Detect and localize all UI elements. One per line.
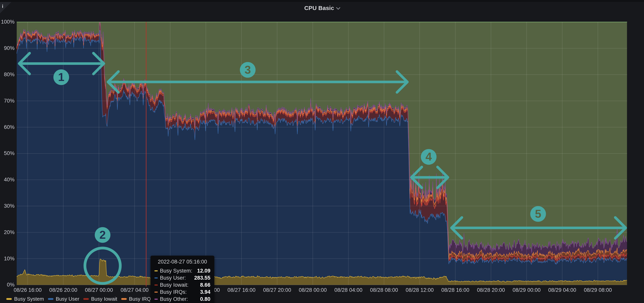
tooltip-row: Busy System:12.09: [154, 267, 210, 274]
legend-color-dash: [121, 298, 127, 300]
legend-label: Busy System: [14, 296, 44, 302]
cpu-usage-chart[interactable]: [0, 0, 644, 303]
tooltip-series-label: Busy IRQs:: [160, 289, 187, 295]
tooltip-series-value: 8.66: [200, 282, 210, 288]
tooltip-timestamp: 2022-08-27 05:16:00: [154, 259, 210, 265]
legend-label: Busy IRQs: [129, 296, 154, 302]
tooltip-series-value: 12.09: [197, 268, 210, 274]
tooltip-series-label: Busy Other:: [160, 296, 188, 302]
legend-item[interactable]: Busy Iowait: [83, 296, 117, 302]
legend-label: Busy User: [56, 296, 79, 302]
tooltip-series-value: 0.80: [200, 296, 210, 302]
legend-item[interactable]: Busy IRQs: [121, 296, 154, 302]
panel-header[interactable]: CPU Basic: [0, 2, 644, 14]
tooltip-row: Busy User:283.55: [154, 274, 210, 282]
series-color-dash: [154, 278, 158, 278]
legend-color-dash: [83, 298, 89, 300]
series-color-dash: [154, 292, 158, 292]
chevron-down-icon: [336, 6, 340, 10]
panel-title[interactable]: CPU Basic: [304, 5, 334, 12]
legend-label: Busy Iowait: [91, 296, 117, 302]
tooltip-row: Busy Iowait:8.66: [154, 282, 210, 288]
tooltip-row: Busy IRQs:3.94: [154, 288, 210, 296]
legend-color-dash: [48, 298, 54, 300]
tooltip-series-value: 283.55: [194, 275, 210, 281]
series-color-dash: [154, 270, 158, 271]
series-color-dash: [154, 284, 158, 286]
legend-color-dash: [6, 298, 12, 300]
chart-tooltip: 2022-08-27 05:16:00 Busy System:12.09Bus…: [150, 256, 214, 303]
legend-item[interactable]: Busy System: [6, 296, 44, 302]
tooltip-series-value: 3.94: [200, 289, 210, 295]
tooltip-series-label: Busy User:: [160, 275, 186, 281]
tooltip-series-label: Busy System:: [160, 268, 192, 274]
series-color-dash: [154, 299, 158, 300]
cpu-basic-panel: i CPU Basic 2022-08-27 05:16:00 Busy Sys…: [0, 0, 644, 303]
tooltip-series-label: Busy Iowait:: [160, 282, 188, 288]
chart-legend: Busy SystemBusy UserBusy IowaitBusy IRQs: [6, 296, 154, 302]
tooltip-row: Busy Other:0.80: [154, 296, 210, 302]
legend-item[interactable]: Busy User: [48, 296, 79, 302]
